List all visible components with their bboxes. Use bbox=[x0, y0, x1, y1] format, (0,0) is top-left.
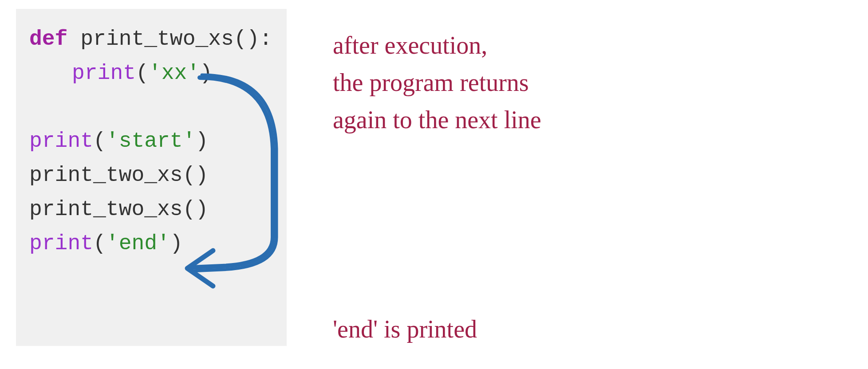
code-line-1: def print_two_xs(): bbox=[29, 22, 273, 56]
code-line-7: print('end') bbox=[29, 227, 273, 261]
code-line-6: print_two_xs() bbox=[29, 192, 273, 227]
code-line-blank bbox=[29, 90, 273, 125]
print-call: print bbox=[72, 61, 136, 85]
paren-open: ( bbox=[93, 129, 106, 153]
print-call: print bbox=[29, 129, 93, 153]
paren-close: ) bbox=[195, 129, 208, 153]
string-literal: 'start' bbox=[106, 129, 196, 153]
paren-close: ) bbox=[200, 61, 213, 85]
annotation-top-line1: after execution, bbox=[333, 27, 843, 64]
function-name: print_two_xs bbox=[67, 27, 233, 51]
print-call: print bbox=[29, 232, 93, 255]
annotation-bottom: 'end' is printed bbox=[333, 310, 777, 348]
annotation-bottom-text: 'end' is printed bbox=[333, 315, 477, 343]
code-line-2: print('xx') bbox=[29, 56, 273, 90]
keyword-def: def bbox=[29, 27, 67, 51]
code-block: def print_two_xs(): print('xx') print('s… bbox=[16, 9, 287, 346]
annotation-top-line2: the program returns bbox=[333, 64, 843, 101]
annotation-top-line3: again to the next line bbox=[333, 101, 843, 138]
paren-close: ) bbox=[170, 232, 183, 255]
annotation-top: after execution, the program returns aga… bbox=[333, 27, 843, 138]
code-line-5: print_two_xs() bbox=[29, 158, 273, 192]
string-literal: 'end' bbox=[106, 232, 170, 255]
string-literal: 'xx' bbox=[149, 61, 200, 85]
def-parens: (): bbox=[234, 27, 272, 51]
paren-open: ( bbox=[93, 232, 106, 255]
paren-open: ( bbox=[136, 61, 149, 85]
code-line-4: print('start') bbox=[29, 124, 273, 158]
